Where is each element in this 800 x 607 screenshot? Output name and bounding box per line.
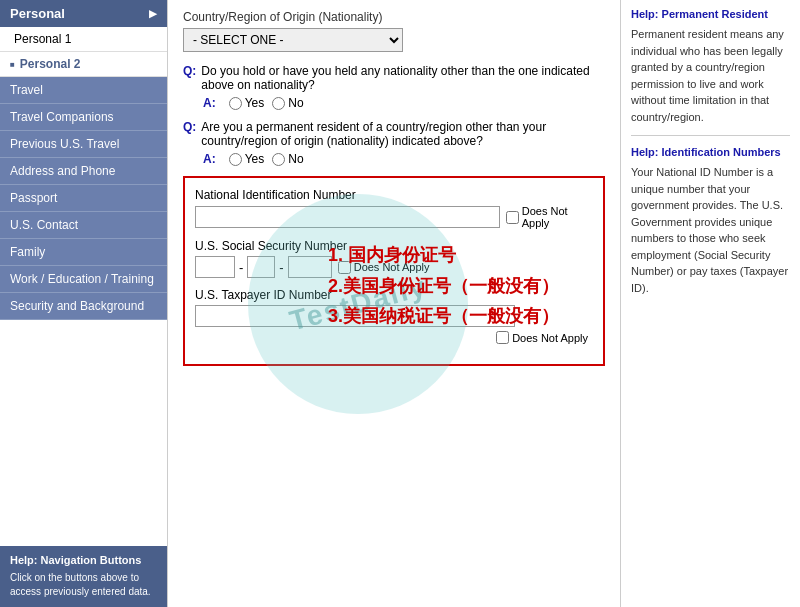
q2-label: Q: bbox=[183, 120, 196, 148]
national-id-field: National Identification Number Does Not … bbox=[195, 188, 593, 229]
national-id-input[interactable] bbox=[195, 206, 500, 228]
q2-no-radio[interactable] bbox=[272, 153, 285, 166]
help-area: Help: Permanent Resident Permanent resid… bbox=[620, 0, 800, 607]
national-id-row: Does Not Apply bbox=[195, 205, 593, 229]
sidebar-item-us-contact[interactable]: U.S. Contact bbox=[0, 212, 167, 239]
sidebar-item-travel-companions[interactable]: Travel Companions bbox=[0, 104, 167, 131]
id-section: National Identification Number Does Not … bbox=[183, 176, 605, 366]
sidebar-help-text: Click on the buttons above to access pre… bbox=[10, 571, 157, 599]
sidebar-item-previous-travel[interactable]: Previous U.S. Travel bbox=[0, 131, 167, 158]
ssn-dna: Does Not Apply bbox=[338, 261, 430, 274]
ssn-label: U.S. Social Security Number bbox=[195, 239, 593, 253]
taxpayer-dna: Does Not Apply bbox=[496, 331, 588, 344]
taxpayer-field: U.S. Taxpayer ID Number Does Not Apply bbox=[195, 288, 593, 344]
q2-a-label: A: bbox=[203, 152, 216, 166]
sidebar-help-title: Help: Navigation Buttons bbox=[10, 554, 157, 566]
country-label: Country/Region of Origin (Nationality) bbox=[183, 10, 605, 24]
sidebar: Personal ▶ Personal 1 Personal 2 Travel … bbox=[0, 0, 168, 607]
ssn-sep-2: - bbox=[279, 260, 283, 275]
sidebar-item-passport[interactable]: Passport bbox=[0, 185, 167, 212]
help-permanent-resident-text: Permanent resident means any individual … bbox=[631, 26, 790, 125]
q1-answer: A: Yes No bbox=[203, 96, 605, 110]
form-area: Country/Region of Origin (Nationality) -… bbox=[168, 0, 620, 607]
taxpayer-dna-checkbox[interactable] bbox=[496, 331, 509, 344]
q2-text: Are you a permanent resident of a countr… bbox=[201, 120, 605, 148]
q1-no-label[interactable]: No bbox=[272, 96, 303, 110]
content-area: Country/Region of Origin (Nationality) -… bbox=[168, 0, 800, 607]
sidebar-item-security-background[interactable]: Security and Background bbox=[0, 293, 167, 320]
help-id-numbers-text: Your National ID Number is a unique numb… bbox=[631, 164, 790, 296]
taxpayer-label: U.S. Taxpayer ID Number bbox=[195, 288, 593, 302]
ssn-input-2[interactable] bbox=[247, 256, 275, 278]
sidebar-header-label: Personal bbox=[10, 6, 65, 21]
taxpayer-input[interactable] bbox=[195, 305, 515, 327]
q2-no-label[interactable]: No bbox=[272, 152, 303, 166]
question-2: Q: Are you a permanent resident of a cou… bbox=[183, 120, 605, 166]
q1-text: Do you hold or have you held any nationa… bbox=[201, 64, 605, 92]
ssn-inputs: - - bbox=[195, 256, 332, 278]
q1-label: Q: bbox=[183, 64, 196, 92]
q1-yes-label[interactable]: Yes bbox=[229, 96, 265, 110]
sidebar-header[interactable]: Personal ▶ bbox=[0, 0, 167, 27]
sidebar-arrow-icon: ▶ bbox=[149, 8, 157, 19]
help-permanent-resident-title: Help: Permanent Resident bbox=[631, 8, 790, 20]
sidebar-item-travel[interactable]: Travel bbox=[0, 77, 167, 104]
q2-answer: A: Yes No bbox=[203, 152, 605, 166]
ssn-row: - - Does Not Apply bbox=[195, 256, 593, 278]
national-id-dna-checkbox[interactable] bbox=[506, 211, 519, 224]
ssn-input-3[interactable] bbox=[288, 256, 332, 278]
sidebar-item-family[interactable]: Family bbox=[0, 239, 167, 266]
sidebar-item-address-phone[interactable]: Address and Phone bbox=[0, 158, 167, 185]
help-id-numbers-title: Help: Identification Numbers bbox=[631, 146, 790, 158]
national-id-label: National Identification Number bbox=[195, 188, 593, 202]
national-id-dna: Does Not Apply bbox=[506, 205, 593, 229]
question-1: Q: Do you hold or have you held any nati… bbox=[183, 64, 605, 110]
q2-yes-radio[interactable] bbox=[229, 153, 242, 166]
q1-a-label: A: bbox=[203, 96, 216, 110]
sidebar-item-personal1[interactable]: Personal 1 bbox=[0, 27, 167, 52]
ssn-input-1[interactable] bbox=[195, 256, 235, 278]
country-group: Country/Region of Origin (Nationality) -… bbox=[183, 10, 605, 52]
q2-yes-label[interactable]: Yes bbox=[229, 152, 265, 166]
sidebar-item-personal2[interactable]: Personal 2 bbox=[0, 52, 167, 77]
q1-no-radio[interactable] bbox=[272, 97, 285, 110]
ssn-dna-checkbox[interactable] bbox=[338, 261, 351, 274]
main-content: Country/Region of Origin (Nationality) -… bbox=[168, 0, 800, 607]
ssn-field: U.S. Social Security Number - - Does Not… bbox=[195, 239, 593, 278]
sidebar-help-box: Help: Navigation Buttons Click on the bu… bbox=[0, 546, 167, 607]
help-divider bbox=[631, 135, 790, 136]
country-select[interactable]: - SELECT ONE - bbox=[183, 28, 403, 52]
ssn-sep-1: - bbox=[239, 260, 243, 275]
q1-yes-radio[interactable] bbox=[229, 97, 242, 110]
sidebar-item-work-education[interactable]: Work / Education / Training bbox=[0, 266, 167, 293]
